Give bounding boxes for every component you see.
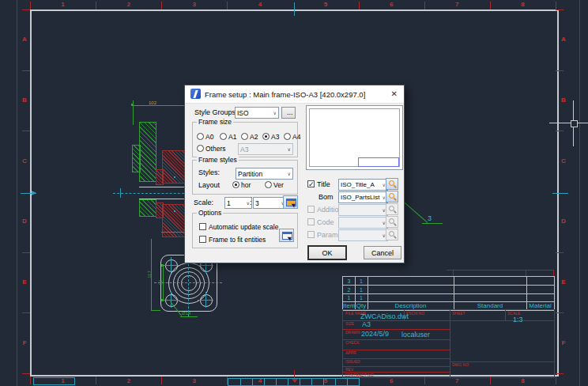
style-groups-browse-button[interactable]: ... <box>281 107 296 119</box>
zone-label: C <box>559 157 568 165</box>
zone-tick <box>556 373 564 374</box>
scale-comb-tick <box>276 379 277 385</box>
dim-117-ext <box>151 310 160 311</box>
center-mark-top <box>294 2 295 16</box>
bearing-ball-top <box>174 176 175 178</box>
auto-update-label: Automatic update scale <box>209 224 278 231</box>
icon-shape <box>394 210 397 214</box>
icon-shape <box>287 199 296 201</box>
icon-shape <box>394 236 397 239</box>
parametric-preview-button <box>386 229 398 240</box>
trim-line-right <box>579 0 580 386</box>
fit-entities-label: Frame to fit entities <box>209 237 266 244</box>
logo-shape <box>193 90 198 98</box>
crosshair-cursor-h <box>549 123 588 123</box>
zone-tick <box>96 377 96 384</box>
zone-tick <box>556 131 564 131</box>
pick-scale-button[interactable] <box>283 195 298 209</box>
radio-a2[interactable] <box>241 133 248 140</box>
corner-trim-mark <box>33 377 75 385</box>
shaft-line-bottom <box>139 199 184 199</box>
parts-list-cell: 1 <box>355 295 368 301</box>
additional-combo: ∨ <box>338 204 388 216</box>
pick-entities-button[interactable] <box>279 229 294 242</box>
scale-comb-tick <box>311 379 312 385</box>
zone-label: 3 <box>190 377 199 384</box>
zone-label: E <box>559 278 568 286</box>
parts-list-header: Standard <box>454 303 526 309</box>
bolt-hole-centerline <box>171 257 172 273</box>
style-groups-value: ISO <box>237 109 249 117</box>
radio-a1[interactable] <box>220 133 227 140</box>
zone-tick <box>556 312 564 313</box>
bom-combo[interactable]: ISO_PartsList ∨ <box>338 191 388 203</box>
gear-section-top <box>139 122 156 182</box>
tb-dwg-label: DWG NO <box>452 363 469 367</box>
zone-tick <box>22 70 30 71</box>
scale-den-combo[interactable]: 3 ∨ <box>253 197 287 209</box>
title-combo[interactable]: ISO_Title_A ∨ <box>338 179 388 191</box>
fit-entities-checkbox[interactable] <box>199 236 206 243</box>
scale-num-combo[interactable]: 1 ∨ <box>224 197 252 209</box>
zone-label: 4 <box>255 1 265 8</box>
tb-rev-label: REV <box>345 368 353 372</box>
dim-117-text: 117 <box>147 271 152 278</box>
zone-tick <box>227 2 228 9</box>
style-groups-combo[interactable]: ISO ∨ <box>235 107 279 119</box>
radio-hor[interactable] <box>232 181 239 188</box>
styles-combo[interactable]: Partition ∨ <box>236 168 293 180</box>
icon-shape <box>283 233 292 234</box>
gear-hub-tab <box>132 145 141 172</box>
bearing-ball-bottom <box>174 210 175 212</box>
dialog-title: Frame setup : Main frame-ISO-A3 [420.0x2… <box>205 90 365 99</box>
title-preview-button[interactable] <box>386 178 398 190</box>
zone-label: 6 <box>386 1 396 8</box>
code-combo: ∨ <box>338 217 388 229</box>
dim-d14-underline <box>180 316 198 317</box>
radio-a0[interactable] <box>197 133 204 140</box>
zone-label: 6 <box>386 377 396 384</box>
parts-list-header: Item <box>343 303 355 309</box>
zone-label: 2 <box>124 1 134 8</box>
parts-list-cell: 1 <box>343 295 355 301</box>
dialog-titlebar[interactable]: Frame setup : Main frame-ISO-A3 [420.0x2… <box>185 85 404 104</box>
zwcad-canvas: 12345678 12345678 ABCDEF ABCDEF 102 117 … <box>0 0 588 386</box>
balloon-underline <box>422 223 443 224</box>
others-size-combo: A3 ∨ <box>238 143 293 155</box>
auto-update-checkbox[interactable] <box>199 223 206 230</box>
zone-tick <box>30 377 31 384</box>
parts-list-cell: 1 <box>355 278 368 285</box>
dim-92-tick-bottom <box>161 299 164 301</box>
dim-92-text: 92 <box>158 280 163 286</box>
zone-label: 7 <box>452 1 462 8</box>
close-icon[interactable]: ✕ <box>391 89 398 98</box>
title-checkbox[interactable]: ✓ <box>307 180 315 187</box>
tb-line <box>343 350 450 350</box>
radio-a4[interactable] <box>284 133 291 140</box>
radio-ver[interactable] <box>265 181 272 188</box>
ok-button[interactable]: OK <box>308 246 346 259</box>
radio-a0-label: A0 <box>205 134 213 141</box>
tb-drawn-date: 2024/5/9 <box>361 331 389 338</box>
title-combo-value: ISO_Title_A <box>341 181 375 188</box>
radio-ver-label: Ver <box>273 182 284 189</box>
options-legend: Options <box>197 210 223 217</box>
layout-label: Layout <box>198 182 220 189</box>
scale-comb-tick <box>288 379 288 385</box>
style-groups-label: Style Groups: <box>194 109 238 116</box>
tb-contract-label: CONTRACT NO <box>345 373 374 377</box>
scale-comb <box>228 378 360 386</box>
zone-label: 8 <box>518 1 527 8</box>
chevron-down-icon: ∨ <box>288 146 291 152</box>
scale-comb-tick <box>252 379 253 385</box>
radio-a3[interactable] <box>262 133 270 140</box>
zone-tick <box>161 377 162 384</box>
parts-list-header: Description <box>368 303 454 309</box>
scale-comb-tick <box>264 379 265 385</box>
zone-label: F <box>559 339 568 346</box>
radio-others[interactable] <box>197 145 204 152</box>
radio-hor-label: hor <box>241 182 251 189</box>
cancel-button[interactable]: Cancel <box>364 246 401 259</box>
zone-tick <box>490 2 491 9</box>
bom-preview-button[interactable] <box>386 191 398 202</box>
